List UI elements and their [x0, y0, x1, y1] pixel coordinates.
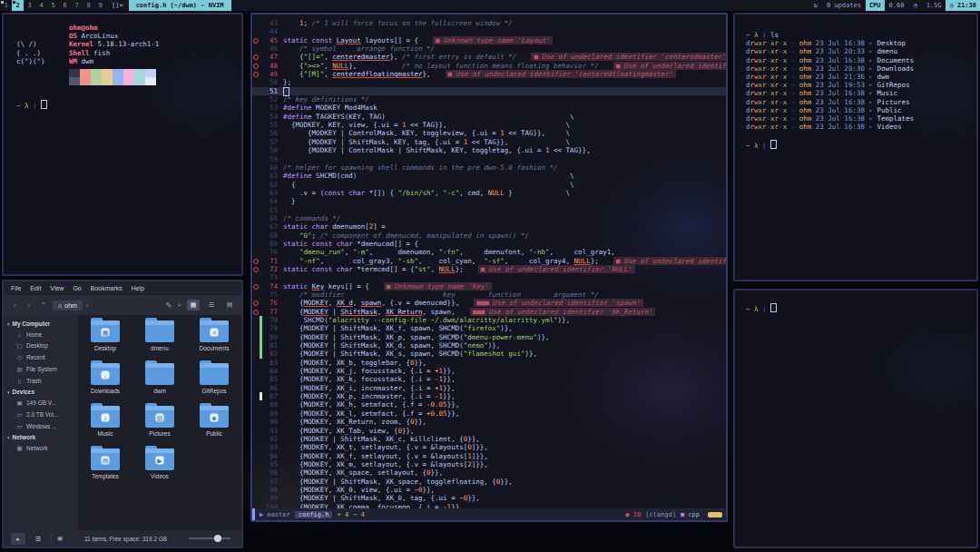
- folder-item-templates[interactable]: ▤Templates: [78, 448, 132, 479]
- folder-item-documents[interactable]: ≡Documents: [187, 320, 241, 351]
- line-number: 61: [262, 172, 283, 180]
- folder-item-dmenu[interactable]: dmenu: [132, 320, 187, 351]
- code-text: {MODKEY | ShiftMask, XK_Return, spawn,■■…: [283, 308, 655, 316]
- workspace-tag-6[interactable]: 6: [59, 0, 71, 11]
- sidebar-item-desktop[interactable]: ▢Desktop: [4, 340, 78, 351]
- workspace-tag-4[interactable]: 4: [35, 0, 47, 11]
- workspace-tag-8[interactable]: 8: [83, 0, 94, 11]
- sidebar-item-volume-windows[interactable]: ▭Windows ...: [4, 420, 78, 432]
- workspace-tag-9[interactable]: 9: [94, 0, 106, 11]
- ls-date: 23 Jul 21:36: [811, 73, 868, 81]
- file-manager-window[interactable]: FileEditViewGoBookmarksHelp ‹ › ⌃ ⌂ ohm …: [2, 280, 243, 548]
- folder-item-dwm[interactable]: dwm: [132, 363, 187, 394]
- code-text: {"><>", NULL}, /* no layout function mea…: [283, 62, 726, 70]
- menu-view[interactable]: View: [50, 285, 64, 291]
- zoom-slider[interactable]: [189, 537, 230, 539]
- folder-label: dmenu: [151, 345, 169, 351]
- menu-edit[interactable]: Edit: [30, 285, 41, 291]
- places-toggle-button[interactable]: ▸: [11, 533, 25, 545]
- workspace-tag-2[interactable]: 2: [12, 0, 24, 11]
- ls-date: 23 Jul 16:38: [811, 98, 868, 106]
- folder-item-music[interactable]: ♪Music: [78, 406, 132, 437]
- sidebar-section-devices[interactable]: ▾Devices: [4, 387, 78, 397]
- folder-icon: ▤: [91, 448, 120, 470]
- editor-line: 52/* key definitions */: [252, 95, 726, 104]
- prompt-separator: |: [762, 305, 767, 313]
- diagnostic-virtual-text: ■ Use of undeclared identifier ': [613, 62, 726, 70]
- workspace-tag-1[interactable]: 1: [0, 0, 12, 11]
- back-button[interactable]: ‹: [9, 301, 20, 310]
- nvim-editor-window[interactable]: 43 1; /* 1 will force focus on the fulls…: [250, 13, 728, 522]
- sign-column: [252, 113, 260, 121]
- sidebar-item-home[interactable]: ⌂Home: [4, 329, 78, 340]
- folder-emblem-icon: ▤: [102, 457, 110, 465]
- code-text: {MODKEY, KEY, view, {.ui = 1 << TAG}}, \: [283, 121, 570, 129]
- editor-line: 96 {MODKEY, XK_space, setlayout, {0}},: [252, 468, 726, 477]
- show-hidden-icon[interactable]: ▣: [57, 535, 63, 542]
- folder-item-desktop[interactable]: ▦Desktop: [78, 320, 132, 351]
- workspace-tag-5[interactable]: 5: [47, 0, 59, 11]
- folder-item-downloads[interactable]: ↓Downloads: [78, 363, 132, 394]
- menu-help[interactable]: Help: [132, 285, 144, 291]
- folder-item-pictures[interactable]: ▧Pictures: [132, 406, 187, 437]
- folder-emblem-icon: ▧: [156, 414, 164, 422]
- sidebar-item-recent[interactable]: ◷Recent: [4, 351, 78, 363]
- terminal-neofetch-window[interactable]: ohm@ohmOS ArcoLinux(\ /)Kernel 5.18.13-a…: [2, 13, 243, 276]
- code-text: #define TAGKEYS(KEY, TAG) \: [283, 113, 574, 121]
- editor-buffer[interactable]: 43 1; /* 1 will force focus on the fulls…: [252, 15, 726, 508]
- forward-button[interactable]: ›: [24, 301, 34, 310]
- menu-go[interactable]: Go: [73, 285, 81, 291]
- folder-item-public[interactable]: ☻Public: [187, 406, 241, 437]
- layout-symbol[interactable]: []=: [106, 0, 129, 11]
- icon-view-button[interactable]: ▦: [187, 300, 200, 310]
- folder-item-gitrepos[interactable]: GitRepos: [187, 363, 241, 394]
- menu-bookmarks[interactable]: Bookmarks: [91, 285, 122, 291]
- folder-item-videos[interactable]: ▶Videos: [132, 448, 187, 479]
- sign-column: [252, 222, 260, 231]
- up-button[interactable]: ⌃: [38, 301, 49, 310]
- sidebar-item-network[interactable]: ▦Network: [4, 442, 78, 454]
- folder-label: dwm: [153, 388, 166, 394]
- sidebar-item-trash[interactable]: ▯Trash: [4, 375, 78, 387]
- search-icon[interactable]: ⌕: [178, 301, 181, 310]
- sidebar-item-filesystem[interactable]: ▥File System: [4, 363, 78, 375]
- sidebar-item-volume-2tb[interactable]: ▭2.0 TB Vol...: [4, 409, 78, 420]
- file-manager-main-pane[interactable]: ▦Desktopdmenu≡Documents↓DownloadsdwmGitR…: [78, 315, 241, 530]
- zoom-slider-knob[interactable]: [214, 535, 221, 542]
- workspace-tag-3[interactable]: 3: [24, 0, 35, 11]
- sign-column: [252, 189, 260, 197]
- sign-column: [252, 316, 260, 324]
- list-view-button[interactable]: ☰: [205, 300, 218, 310]
- sign-column: [252, 443, 260, 451]
- breadcrumb[interactable]: ⌂ ohm: [53, 301, 83, 310]
- sign-column: [252, 468, 260, 477]
- prompt-separator: |: [762, 31, 767, 39]
- sign-column: [252, 181, 260, 189]
- sidebar-section-label: Devices: [13, 389, 35, 395]
- code-text: {MODKEY | ShiftMask, XK_space, toggleflo…: [283, 478, 513, 486]
- line-number: 47: [262, 53, 283, 61]
- sidebar-section-network[interactable]: ▾Network: [4, 432, 78, 442]
- editor-line: 82 {MODKEY | ShiftMask, XK_s, spawn, SHC…: [252, 350, 726, 358]
- sign-column: [252, 87, 260, 95]
- editor-line: 60/* helper for spawning shell commands …: [252, 163, 726, 172]
- neofetch-row: ( . .)Shell fish: [16, 49, 241, 57]
- treeview-toggle-button[interactable]: ☰: [31, 533, 45, 545]
- menu-file[interactable]: File: [11, 285, 21, 291]
- terminal-cursor: [770, 303, 777, 312]
- sidebar-item-label: File System: [26, 366, 57, 372]
- line-number: 93: [262, 443, 283, 451]
- sign-column: [252, 248, 260, 256]
- sign-column: [252, 503, 260, 508]
- compact-view-button[interactable]: ▤: [223, 300, 236, 310]
- terminal-empty-window[interactable]: ~ λ |: [733, 289, 978, 548]
- line-number: 77: [262, 308, 283, 316]
- sidebar-section-my-computer[interactable]: ▾My Computer: [4, 319, 78, 329]
- workspace-tag-7[interactable]: 7: [71, 0, 83, 11]
- sidebar-item-volume-149gb[interactable]: ▣149 GB V...: [4, 397, 78, 409]
- terminal-ls-window[interactable]: ~ λ | ls drwxr-xr-x - ohm 23 Jul 16:38 ▸…: [733, 13, 978, 281]
- line-number: 90: [262, 418, 283, 426]
- edit-path-icon[interactable]: ✎: [166, 301, 172, 310]
- line-number: 74: [262, 282, 283, 291]
- editor-line: 61#define SHCMD(cmd) \: [252, 172, 726, 180]
